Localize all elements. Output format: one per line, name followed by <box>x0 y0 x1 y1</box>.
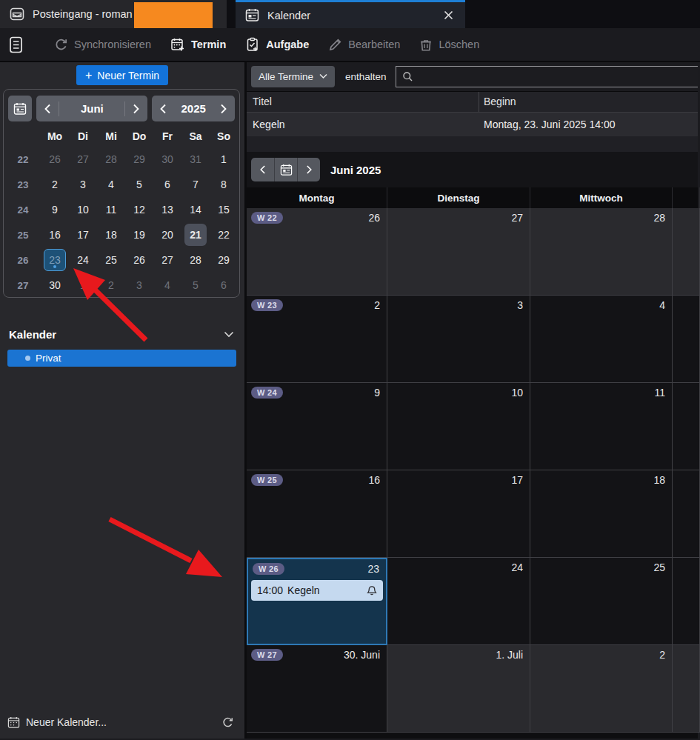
day-cell-partial[interactable] <box>673 383 700 470</box>
minical-dayheader: Fr <box>153 126 181 147</box>
minical-day[interactable]: 22 <box>210 222 238 247</box>
day-cell[interactable]: 1. Juli <box>387 645 530 733</box>
day-cell[interactable]: 2 <box>530 645 673 733</box>
day-cell[interactable]: W 27 30. Juni <box>247 645 387 733</box>
day-cell[interactable]: 11 <box>530 383 673 470</box>
day-cell[interactable]: W 24 9 <box>247 383 387 470</box>
tab-calendar-label: Kalender <box>267 10 310 21</box>
minical-day[interactable]: 28 <box>181 247 210 273</box>
minical-day-selected[interactable]: 23 <box>41 247 69 273</box>
minical-day[interactable]: 7 <box>181 172 210 197</box>
column-header-title[interactable]: Titel <box>247 92 479 112</box>
day-cell[interactable]: 4 <box>530 296 673 383</box>
minical-day[interactable]: 1 <box>69 273 97 298</box>
minical-day[interactable]: 30 <box>41 273 69 298</box>
minical-day[interactable]: 5 <box>181 273 210 298</box>
minical-day[interactable]: 13 <box>153 197 181 222</box>
day-cell[interactable]: 24 <box>387 558 530 645</box>
close-icon[interactable] <box>440 7 456 24</box>
minical-day[interactable]: 6 <box>210 273 238 298</box>
new-task-button[interactable]: Aufgabe <box>245 37 309 52</box>
day-cell[interactable]: 28 <box>530 208 673 296</box>
day-cell-partial[interactable] <box>673 470 700 558</box>
app-menu-icon[interactable] <box>7 36 24 54</box>
tab-calendar[interactable]: Kalender <box>236 0 465 28</box>
week-number: 22 <box>5 147 41 172</box>
new-calendar-label[interactable]: Neuer Kalender... <box>26 716 107 728</box>
sync-calendars-icon[interactable] <box>221 716 234 729</box>
search-box <box>396 66 698 87</box>
minical-day[interactable]: 19 <box>125 222 153 247</box>
minical-day[interactable]: 29 <box>125 147 153 172</box>
minical-day[interactable]: 2 <box>97 273 125 298</box>
minical-day[interactable]: 4 <box>97 172 125 197</box>
minical-day[interactable]: 16 <box>41 222 69 247</box>
new-event-button[interactable]: + Neuer Termin <box>76 65 168 85</box>
minical-day[interactable]: 30 <box>153 147 181 172</box>
today-button[interactable] <box>274 158 297 181</box>
minical-day[interactable]: 25 <box>97 247 125 273</box>
column-monday: Montag <box>247 187 387 208</box>
minical-day[interactable]: 27 <box>153 247 181 273</box>
day-cell-partial[interactable] <box>673 645 700 733</box>
minical-day[interactable]: 4 <box>153 273 181 298</box>
minical-day[interactable]: 5 <box>125 172 153 197</box>
week-badge: W 24 <box>251 387 283 399</box>
search-input[interactable] <box>418 71 692 82</box>
minical-day[interactable]: 12 <box>125 197 153 222</box>
minical-day[interactable]: 27 <box>69 147 97 172</box>
prev-year-icon[interactable] <box>152 104 174 114</box>
edit-button[interactable]: Bearbeiten <box>328 38 400 52</box>
event-label: Termin <box>191 39 226 50</box>
day-cell[interactable]: 25 <box>530 558 673 645</box>
minical-day[interactable]: 14 <box>181 197 210 222</box>
prev-month-button[interactable] <box>251 158 274 181</box>
day-cell[interactable]: W 23 2 <box>247 296 387 383</box>
minical-day[interactable]: 18 <box>97 222 125 247</box>
minical-day[interactable]: 26 <box>41 147 69 172</box>
minical-day[interactable]: 1 <box>210 147 238 172</box>
next-month-button[interactable] <box>297 158 320 181</box>
day-cell[interactable]: 18 <box>530 470 673 558</box>
day-cell[interactable]: 10 <box>387 383 530 470</box>
day-cell-selected[interactable]: W 26 23 14:00 Kegeln <box>247 558 387 645</box>
minical-day[interactable]: 8 <box>210 172 238 197</box>
minical-today-button[interactable] <box>8 96 32 121</box>
minical-day[interactable]: 2 <box>41 172 69 197</box>
minical-day-today[interactable]: 21 <box>181 222 210 247</box>
new-event-toolbar-button[interactable]: Termin <box>170 37 226 52</box>
day-cell[interactable]: W 25 16 <box>247 470 387 558</box>
minical-day[interactable]: 3 <box>69 172 97 197</box>
event-list-row[interactable]: Kegeln Montag, 23. Juni 2025 14:00 <box>247 113 698 136</box>
delete-button[interactable]: Löschen <box>419 38 479 52</box>
synchronize-button[interactable]: Synchronisieren <box>54 38 151 52</box>
day-cell[interactable]: W 22 26 <box>247 208 387 296</box>
day-cell[interactable]: 17 <box>387 470 530 558</box>
day-cell[interactable]: 3 <box>387 296 530 383</box>
calendar-event-chip[interactable]: 14:00 Kegeln <box>251 580 383 601</box>
next-month-icon[interactable] <box>125 104 147 114</box>
minical-day[interactable]: 31 <box>181 147 210 172</box>
calendar-item-privat[interactable]: Privat <box>7 350 236 367</box>
minical-day[interactable]: 26 <box>125 247 153 273</box>
minical-day[interactable]: 11 <box>97 197 125 222</box>
minical-day[interactable]: 29 <box>210 247 238 273</box>
day-cell-partial[interactable] <box>673 208 700 296</box>
minical-day[interactable]: 17 <box>69 222 97 247</box>
minical-day[interactable]: 10 <box>69 197 97 222</box>
next-year-icon[interactable] <box>213 104 235 114</box>
minical-day[interactable]: 24 <box>69 247 97 273</box>
chevron-down-icon[interactable] <box>224 331 234 338</box>
event-filter-dropdown[interactable]: Alle Termine <box>251 66 335 87</box>
minical-day[interactable]: 28 <box>97 147 125 172</box>
minical-day[interactable]: 15 <box>210 197 238 222</box>
minical-day[interactable]: 9 <box>41 197 69 222</box>
day-cell-partial[interactable] <box>673 296 700 383</box>
day-cell[interactable]: 27 <box>387 208 530 296</box>
prev-month-icon[interactable] <box>36 104 59 114</box>
minical-day[interactable]: 6 <box>153 172 181 197</box>
minical-day[interactable]: 3 <box>125 273 153 298</box>
minical-day[interactable]: 20 <box>153 222 181 247</box>
column-header-begin[interactable]: Beginn <box>479 92 698 112</box>
day-cell-partial[interactable] <box>673 558 700 645</box>
